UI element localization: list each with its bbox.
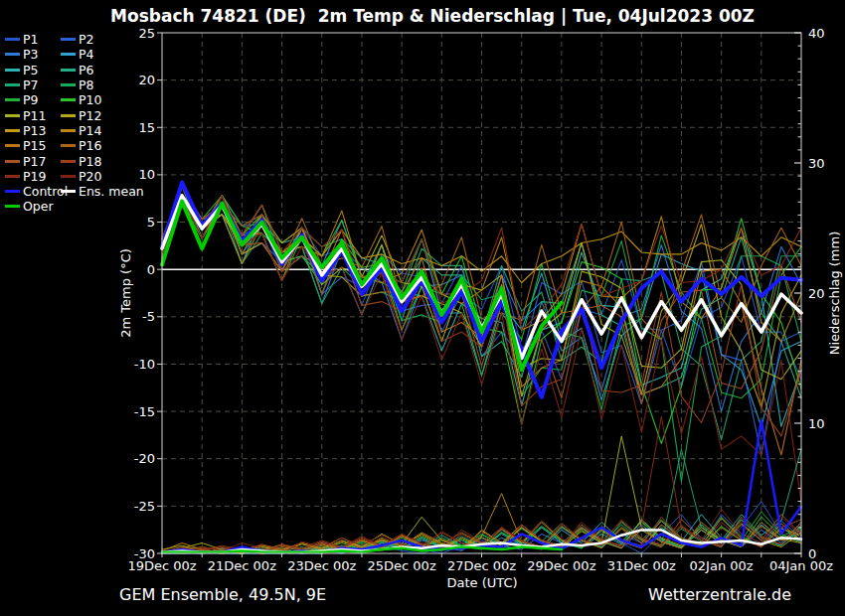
legend-label: P2 [79, 33, 94, 46]
legend-item-p15: P15 [5, 139, 61, 152]
x-axis-title: Date (UTC) [383, 575, 582, 590]
legend-color-swatch [5, 38, 20, 41]
x-axis-tick-label: 27Dec 00z [447, 558, 516, 573]
footer-site-name: Wetterzentrale.de [648, 585, 791, 604]
legend-color-swatch [61, 175, 76, 178]
legend-color-swatch [5, 129, 20, 132]
x-axis-tick-label: 29Dec 00z [527, 558, 595, 573]
legend-item-p9: P9 [5, 93, 61, 106]
legend-label: P16 [79, 139, 101, 152]
x-axis-tick-label: 23Dec 00z [287, 558, 356, 573]
legend-label: P13 [23, 124, 46, 137]
legend-item-p12: P12 [61, 109, 162, 122]
legend-color-swatch [5, 205, 20, 208]
legend-label: P15 [23, 139, 46, 152]
legend-item-oper: Oper [5, 200, 61, 213]
x-axis-tick-label: 04Jan 00z [769, 558, 833, 573]
meteogram-page: Mosbach 74821 (DE) 2m Temp & Niederschla… [0, 0, 845, 616]
legend-label: Oper [23, 200, 54, 213]
x-axis-tick-label: 31Dec 00z [607, 558, 676, 573]
legend-color-swatch [61, 190, 76, 193]
legend-item-p8: P8 [61, 78, 162, 91]
legend-label: P20 [79, 170, 101, 183]
legend-label: P12 [79, 109, 101, 122]
legend-item-p18: P18 [61, 155, 162, 168]
footer-model-info: GEM Ensemble, 49.5N, 9E [119, 585, 326, 604]
legend-item-p3: P3 [5, 48, 61, 61]
legend-item-p5: P5 [5, 64, 61, 77]
legend-item-p17: P17 [5, 155, 61, 168]
legend-color-swatch [61, 129, 76, 132]
legend-label: P6 [79, 64, 94, 77]
legend-label: P1 [23, 33, 39, 46]
legend-color-swatch [5, 53, 20, 56]
legend-label: Ens. mean [79, 185, 144, 198]
legend-label: P7 [23, 78, 39, 91]
legend-item-p14: P14 [61, 124, 162, 137]
left-axis-tick-label: -10 [134, 357, 155, 372]
legend-color-swatch [5, 160, 20, 163]
legend-color-swatch [61, 69, 76, 72]
left-axis-tick-label: -25 [134, 499, 155, 514]
legend-color-swatch [5, 83, 20, 86]
legend-label: P10 [79, 93, 101, 106]
right-axis-tick-label: 10 [808, 416, 825, 431]
legend-label: P19 [23, 170, 46, 183]
left-axis-tick-label: -20 [134, 451, 155, 466]
legend-color-swatch [5, 144, 20, 147]
legend-color-swatch [61, 144, 76, 147]
legend-item-p20: P20 [61, 170, 162, 183]
right-axis-tick-label: 40 [808, 26, 825, 41]
legend-label: P17 [23, 155, 46, 168]
legend-color-swatch [61, 38, 76, 41]
legend-item-p2: P2 [61, 33, 162, 46]
legend-item-p11: P11 [5, 109, 61, 122]
x-axis-tick-label: 25Dec 00z [368, 558, 436, 573]
legend-item-p16: P16 [61, 139, 162, 152]
legend-color-swatch [61, 114, 76, 117]
legend-label: P9 [23, 93, 39, 106]
left-axis-title: 2m Temp (°C) [118, 248, 133, 338]
legend-label: P3 [23, 48, 39, 61]
legend-label: P18 [79, 155, 101, 168]
legend-label: P11 [23, 109, 46, 122]
legend-item-control: Control [5, 185, 61, 198]
legend-color-swatch [5, 114, 20, 117]
legend-label: P5 [23, 64, 39, 77]
legend: P1P2P3P4P5P6P7P8P9P10P11P12P13P14P15P16P… [5, 32, 162, 215]
legend-item-p7: P7 [5, 78, 61, 91]
legend-item-ens-mean: Ens. mean [61, 185, 162, 198]
legend-label: P14 [79, 124, 101, 137]
x-axis-tick-label: 19Dec 00z [127, 558, 196, 573]
legend-label: P8 [79, 78, 94, 91]
left-axis-tick-label: -5 [142, 309, 155, 324]
legend-color-swatch [5, 175, 20, 178]
right-axis-title: Niederschlag (mm) [827, 231, 842, 356]
x-axis-tick-label: 21Dec 00z [208, 558, 276, 573]
x-axis-tick-label: 02Jan 00z [690, 558, 754, 573]
left-axis-tick-label: 0 [147, 262, 155, 277]
left-axis-tick-label: 5 [147, 215, 155, 230]
left-axis-tick-label: -15 [134, 404, 155, 419]
legend-item-p1: P1 [5, 33, 61, 46]
legend-item-p13: P13 [5, 124, 61, 137]
legend-color-swatch [61, 98, 76, 101]
right-axis-tick-label: 30 [808, 156, 825, 171]
legend-color-swatch [61, 83, 76, 86]
legend-color-swatch [5, 98, 20, 101]
legend-item-p6: P6 [61, 64, 162, 77]
legend-color-swatch [5, 190, 20, 193]
legend-label: P4 [79, 48, 94, 61]
legend-color-swatch [61, 53, 76, 56]
legend-item-p19: P19 [5, 170, 61, 183]
legend-color-swatch [5, 69, 20, 72]
right-axis-tick-label: 20 [808, 286, 825, 301]
legend-item-p4: P4 [61, 48, 162, 61]
legend-item-p10: P10 [61, 93, 162, 106]
legend-color-swatch [61, 160, 76, 163]
